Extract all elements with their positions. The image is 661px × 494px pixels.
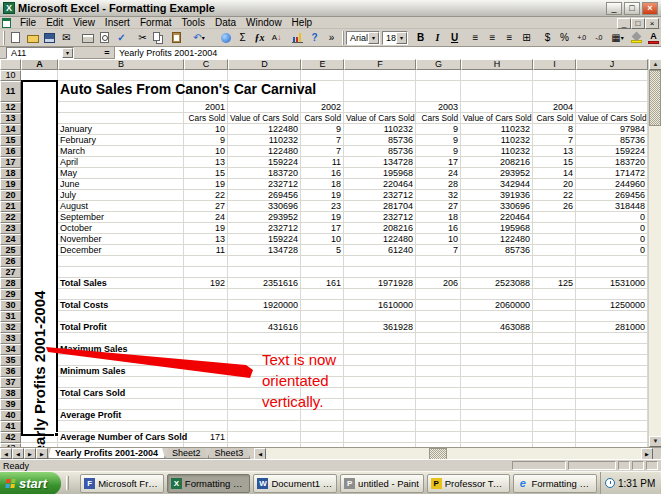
cell-d12[interactable] xyxy=(228,102,301,113)
cell-d20[interactable]: 269456 xyxy=(228,190,301,201)
cell-g32[interactable] xyxy=(416,322,461,333)
cell-b26[interactable] xyxy=(58,256,184,267)
row-header-36[interactable]: 36 xyxy=(0,366,21,377)
cell-f42[interactable] xyxy=(344,432,416,443)
cell-j18[interactable]: 171472 xyxy=(576,168,648,179)
cell-g11[interactable] xyxy=(416,81,461,102)
cell-e26[interactable] xyxy=(301,256,344,267)
cell-j34[interactable] xyxy=(576,344,648,355)
cell-e14[interactable]: 9 xyxy=(301,124,344,135)
cell-e42[interactable] xyxy=(301,432,344,443)
cell-i17[interactable]: 15 xyxy=(533,157,576,168)
row-header-13[interactable]: 13 xyxy=(0,113,21,124)
cell-f30[interactable]: 1610000 xyxy=(344,300,416,311)
col-header-g[interactable]: G xyxy=(416,59,461,70)
cell-b20[interactable]: July xyxy=(58,190,184,201)
cell-f16[interactable]: 85736 xyxy=(344,146,416,157)
workbook-close-button[interactable]: × xyxy=(645,18,659,29)
cell-b37[interactable] xyxy=(58,377,184,388)
cell-e41[interactable] xyxy=(301,421,344,432)
cell-g31[interactable] xyxy=(416,311,461,322)
cell-e16[interactable]: 7 xyxy=(301,146,344,157)
cell-f33[interactable] xyxy=(344,333,416,344)
cell-g23[interactable]: 16 xyxy=(416,223,461,234)
cell-c19[interactable]: 19 xyxy=(184,179,228,190)
cell-e23[interactable]: 17 xyxy=(301,223,344,234)
row-header-31[interactable]: 31 xyxy=(0,311,21,322)
cell-f32[interactable]: 361928 xyxy=(344,322,416,333)
cell-g24[interactable]: 10 xyxy=(416,234,461,245)
cell-i21[interactable]: 26 xyxy=(533,201,576,212)
align-center-button[interactable]: ≡ xyxy=(484,30,501,46)
cell-b14[interactable]: January xyxy=(58,124,184,135)
cell-b17[interactable]: April xyxy=(58,157,184,168)
horizontal-scrollbar[interactable]: ◀ ▶ xyxy=(254,448,661,459)
cell-b42[interactable]: Average Number of Cars Sold xyxy=(58,432,184,443)
cell-d23[interactable]: 232712 xyxy=(228,223,301,234)
cell-h21[interactable]: 330696 xyxy=(461,201,533,212)
taskbar-button-document1-mic[interactable]: W Document1 - Mic... xyxy=(253,474,337,493)
cell-j10[interactable] xyxy=(576,70,648,81)
font-size-combo[interactable]: 18▾ xyxy=(382,31,408,45)
cell-h35[interactable] xyxy=(461,355,533,366)
cell-d42[interactable] xyxy=(228,432,301,443)
cell-g33[interactable] xyxy=(416,333,461,344)
cell-j23[interactable]: 0 xyxy=(576,223,648,234)
cell-e10[interactable] xyxy=(301,70,344,81)
cell-i20[interactable]: 22 xyxy=(533,190,576,201)
cell-e13[interactable]: Cars Sold xyxy=(301,113,344,124)
cell-g26[interactable] xyxy=(416,256,461,267)
cell-f25[interactable]: 61240 xyxy=(344,245,416,256)
cell-d41[interactable] xyxy=(228,421,301,432)
cell-g16[interactable]: 9 xyxy=(416,146,461,157)
cell-b24[interactable]: November xyxy=(58,234,184,245)
taskbar-button-professor-teach[interactable]: P Professor Teach... xyxy=(427,474,511,493)
cell-i27[interactable] xyxy=(533,267,576,278)
cell-g42[interactable] xyxy=(416,432,461,443)
cell-b29[interactable] xyxy=(58,289,184,300)
cell-i36[interactable] xyxy=(533,366,576,377)
cell-h31[interactable] xyxy=(461,311,533,322)
cell-h39[interactable] xyxy=(461,399,533,410)
taskbar-button-formatting-cells[interactable]: e Formatting Cells ... xyxy=(513,474,597,493)
cell-e33[interactable] xyxy=(301,333,344,344)
cell-e27[interactable] xyxy=(301,267,344,278)
row-header-42[interactable]: 42 xyxy=(0,432,21,443)
cell-c17[interactable]: 13 xyxy=(184,157,228,168)
col-header-b[interactable]: B xyxy=(58,59,184,70)
cell-j27[interactable] xyxy=(576,267,648,278)
cell-i25[interactable] xyxy=(533,245,576,256)
cell-c26[interactable] xyxy=(184,256,228,267)
workbook-restore-button[interactable]: □ xyxy=(631,18,645,29)
row-header-27[interactable]: 27 xyxy=(0,267,21,278)
cell-j13[interactable]: Value of Cars Sold xyxy=(576,113,648,124)
cell-g29[interactable] xyxy=(416,289,461,300)
cell-g19[interactable]: 28 xyxy=(416,179,461,190)
cell-c37[interactable] xyxy=(184,377,228,388)
cell-j36[interactable] xyxy=(576,366,648,377)
cell-h26[interactable] xyxy=(461,256,533,267)
cell-i26[interactable] xyxy=(533,256,576,267)
cell-j37[interactable] xyxy=(576,377,648,388)
currency-button[interactable]: $ xyxy=(539,30,556,46)
cell-c33[interactable] xyxy=(184,333,228,344)
cell-g38[interactable] xyxy=(416,388,461,399)
row-header-38[interactable]: 38 xyxy=(0,388,21,399)
row-header-37[interactable]: 37 xyxy=(0,377,21,388)
cell-c34[interactable] xyxy=(184,344,228,355)
menu-item-edit[interactable]: Edit xyxy=(41,17,68,29)
row-header-11[interactable]: 11 xyxy=(0,81,21,102)
row-header-34[interactable]: 34 xyxy=(0,344,21,355)
cell-f12[interactable] xyxy=(344,102,416,113)
cell-c22[interactable]: 24 xyxy=(184,212,228,223)
cell-f27[interactable] xyxy=(344,267,416,278)
cell-e12[interactable]: 2002 xyxy=(301,102,344,113)
borders-button[interactable]: ▦▾ xyxy=(611,30,628,46)
row-header-21[interactable]: 21 xyxy=(0,201,21,212)
cell-j21[interactable]: 318448 xyxy=(576,201,648,212)
row-header-12[interactable]: 12 xyxy=(0,102,21,113)
cell-b21[interactable]: August xyxy=(58,201,184,212)
name-box-dropdown-icon[interactable]: ▾ xyxy=(62,48,73,58)
previous-sheet-button[interactable]: ◀ xyxy=(12,448,24,459)
row-header-33[interactable]: 33 xyxy=(0,333,21,344)
